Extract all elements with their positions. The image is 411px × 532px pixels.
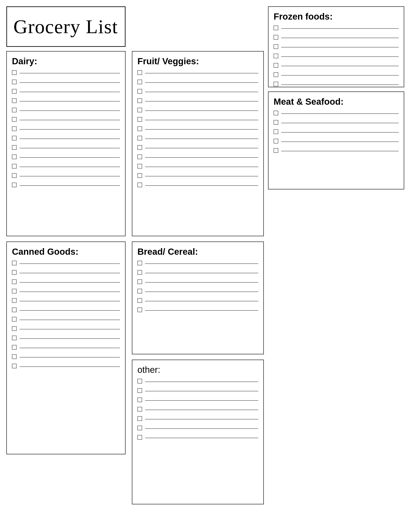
checkbox[interactable] [274,120,278,125]
list-item[interactable] [137,117,258,122]
checkbox[interactable] [137,117,142,122]
list-item[interactable] [137,279,258,284]
list-item[interactable] [12,136,120,141]
checkbox[interactable] [12,307,17,312]
checkbox[interactable] [12,345,17,350]
list-item[interactable] [137,379,258,383]
list-item[interactable] [12,70,120,75]
checkbox[interactable] [137,126,142,131]
list-item[interactable] [12,298,120,303]
list-item[interactable] [274,63,399,68]
list-item[interactable] [137,398,258,402]
checkbox[interactable] [12,326,17,331]
checkbox[interactable] [137,261,142,265]
checkbox[interactable] [274,72,278,77]
checkbox[interactable] [137,164,142,169]
list-item[interactable] [12,326,120,331]
list-item[interactable] [274,139,399,143]
list-item[interactable] [12,108,120,112]
checkbox[interactable] [12,289,17,294]
list-item[interactable] [12,289,120,294]
list-item[interactable] [137,108,258,112]
list-item[interactable] [274,26,399,30]
list-item[interactable] [274,120,399,125]
checkbox[interactable] [12,145,17,150]
checkbox[interactable] [12,261,17,265]
checkbox[interactable] [137,289,142,294]
checkbox[interactable] [12,108,17,112]
list-item[interactable] [137,307,258,312]
checkbox[interactable] [137,108,142,112]
checkbox[interactable] [12,136,17,141]
list-item[interactable] [12,80,120,84]
checkbox[interactable] [274,35,278,39]
checkbox[interactable] [274,82,278,86]
checkbox[interactable] [137,80,142,84]
list-item[interactable] [137,89,258,94]
list-item[interactable] [12,317,120,322]
list-item[interactable] [137,289,258,294]
list-item[interactable] [274,54,399,58]
list-item[interactable] [12,98,120,103]
checkbox[interactable] [137,426,142,430]
list-item[interactable] [274,35,399,39]
checkbox[interactable] [12,70,17,75]
list-item[interactable] [137,126,258,131]
list-item[interactable] [274,148,399,153]
checkbox[interactable] [12,364,17,368]
list-item[interactable] [274,72,399,77]
list-item[interactable] [12,345,120,350]
checkbox[interactable] [137,416,142,421]
list-item[interactable] [137,407,258,412]
list-item[interactable] [137,80,258,84]
list-item[interactable] [274,82,399,86]
checkbox[interactable] [137,279,142,284]
list-item[interactable] [137,70,258,75]
list-item[interactable] [12,173,120,178]
checkbox[interactable] [12,173,17,178]
checkbox[interactable] [137,379,142,383]
list-item[interactable] [274,129,399,134]
checkbox[interactable] [12,336,17,340]
checkbox[interactable] [12,317,17,322]
checkbox[interactable] [137,388,142,393]
checkbox[interactable] [137,98,142,103]
list-item[interactable] [137,154,258,159]
checkbox[interactable] [12,279,17,284]
checkbox[interactable] [274,129,278,134]
list-item[interactable] [12,117,120,122]
list-item[interactable] [274,44,399,49]
checkbox[interactable] [137,173,142,178]
list-item[interactable] [12,154,120,159]
checkbox[interactable] [137,70,142,75]
checkbox[interactable] [137,298,142,303]
list-item[interactable] [12,354,120,359]
checkbox[interactable] [12,183,17,187]
checkbox[interactable] [12,270,17,275]
checkbox[interactable] [137,136,142,141]
checkbox[interactable] [137,183,142,187]
list-item[interactable] [12,364,120,368]
checkbox[interactable] [274,63,278,68]
checkbox[interactable] [137,398,142,402]
list-item[interactable] [137,435,258,440]
checkbox[interactable] [12,354,17,359]
list-item[interactable] [12,145,120,150]
checkbox[interactable] [137,435,142,440]
checkbox[interactable] [12,164,17,169]
list-item[interactable] [137,183,258,187]
list-item[interactable] [12,164,120,169]
list-item[interactable] [137,298,258,303]
checkbox[interactable] [137,145,142,150]
list-item[interactable] [137,173,258,178]
checkbox[interactable] [274,44,278,49]
list-item[interactable] [274,111,399,115]
checkbox[interactable] [12,89,17,94]
checkbox[interactable] [137,89,142,94]
checkbox[interactable] [274,54,278,58]
checkbox[interactable] [274,148,278,153]
list-item[interactable] [137,164,258,169]
checkbox[interactable] [12,298,17,303]
list-item[interactable] [137,136,258,141]
list-item[interactable] [137,98,258,103]
